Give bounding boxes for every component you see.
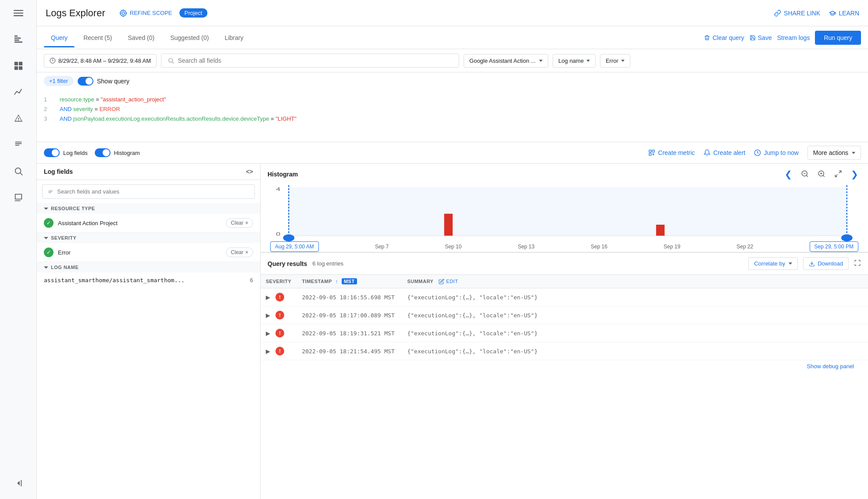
- search-field[interactable]: [161, 54, 459, 68]
- run-query-button[interactable]: Run query: [815, 31, 861, 45]
- resource-type-section-header[interactable]: RESOURCE TYPE: [37, 203, 260, 214]
- summary-cell: {"executionLog":{…}, "locale":"en-US"}: [402, 288, 868, 306]
- svg-rect-25: [649, 150, 651, 152]
- expand-collapse-icon[interactable]: [832, 170, 845, 179]
- logs-explorer-icon[interactable]: [10, 31, 27, 48]
- zoom-in-icon[interactable]: [815, 170, 828, 179]
- mst-badge[interactable]: MST: [342, 278, 357, 284]
- tab-library[interactable]: Library: [218, 28, 250, 47]
- jump-to-now-button[interactable]: Jump to now: [754, 149, 798, 156]
- more-actions-button[interactable]: More actions: [807, 146, 861, 160]
- timestamp-column-header[interactable]: TIMESTAMP ↑ MST: [296, 275, 402, 288]
- severity-dropdown[interactable]: Error: [600, 54, 630, 68]
- severity-chevron-icon: [621, 60, 625, 62]
- show-query-label: Show query: [97, 78, 129, 85]
- svg-rect-8: [18, 62, 22, 65]
- svg-rect-12: [18, 120, 19, 121]
- severity-section-header[interactable]: SEVERITY: [37, 233, 260, 243]
- query-editor[interactable]: 1 resource.type = "assistant_action_proj…: [37, 90, 868, 142]
- create-alert-button[interactable]: Create alert: [704, 149, 745, 156]
- download-button[interactable]: Download: [803, 257, 849, 270]
- log-name-chevron-icon: [586, 60, 590, 62]
- app-title: Logs Explorer: [46, 7, 105, 19]
- timestamp-cell: 2022-09-05 18:21:54.495 MST: [296, 342, 402, 360]
- svg-text:4: 4: [276, 187, 280, 192]
- alerts-icon[interactable]: [10, 110, 27, 127]
- nav-right-button[interactable]: ❯: [848, 169, 861, 179]
- error-check-icon: ✓: [44, 248, 54, 257]
- collapse-sidebar-icon[interactable]: [10, 474, 27, 492]
- search-icon[interactable]: [10, 162, 27, 180]
- svg-rect-0: [14, 10, 23, 11]
- notes-icon[interactable]: [10, 189, 27, 206]
- save-button[interactable]: Save: [750, 34, 772, 41]
- edit-link[interactable]: EDIT: [439, 279, 458, 284]
- resource-dropdown[interactable]: Google Assistant Action ...: [464, 54, 548, 68]
- svg-rect-10: [18, 66, 22, 70]
- severity-label: Error: [606, 57, 618, 64]
- zoom-out-icon[interactable]: [798, 170, 811, 179]
- share-link-label: SHARE LINK: [784, 10, 820, 17]
- svg-rect-52: [656, 225, 664, 236]
- tab-saved[interactable]: Saved (0): [121, 28, 161, 47]
- log-fields-title: Log fields: [44, 168, 73, 175]
- show-query-toggle[interactable]: [78, 77, 93, 86]
- create-metric-button[interactable]: Create metric: [648, 149, 695, 156]
- clear-resource-button[interactable]: Clear ×: [226, 218, 253, 228]
- expand-row-arrow[interactable]: ▶: [266, 294, 270, 301]
- expand-row-arrow[interactable]: ▶: [266, 348, 270, 355]
- histogram-svg: 4 0: [268, 183, 861, 244]
- svg-marker-33: [44, 237, 48, 239]
- correlate-by-button[interactable]: Correlate by: [748, 257, 798, 270]
- search-fields-input[interactable]: [57, 188, 249, 195]
- histogram-toggle-group: Histogram: [95, 148, 140, 157]
- scope-badge[interactable]: Project: [179, 8, 207, 18]
- clear-severity-button[interactable]: Clear ×: [226, 248, 253, 257]
- fullscreen-button[interactable]: [854, 259, 861, 268]
- svg-line-14: [20, 173, 22, 175]
- search-all-fields-input[interactable]: [178, 57, 453, 64]
- log-name-dropdown[interactable]: Log name: [553, 54, 596, 68]
- collapse-log-fields-button[interactable]: <>: [246, 168, 253, 175]
- svg-line-42: [839, 171, 841, 173]
- svg-line-36: [806, 175, 807, 176]
- log-fields-toggle-label: Log fields: [63, 150, 88, 156]
- histogram-toggle[interactable]: [95, 148, 111, 157]
- tab-recent[interactable]: Recent (5): [76, 28, 119, 47]
- error-severity-item: ✓ Error Clear ×: [37, 243, 260, 262]
- dashboard-icon[interactable]: [10, 57, 27, 75]
- svg-rect-51: [444, 214, 453, 236]
- check-icon: ✓: [44, 218, 54, 228]
- logs-icon[interactable]: [10, 136, 27, 154]
- clear-query-button[interactable]: Clear query: [704, 34, 744, 41]
- hamburger-menu-icon[interactable]: [10, 4, 27, 22]
- histogram-panel: Histogram ❮: [261, 164, 868, 499]
- show-debug-panel-link[interactable]: Show debug panel: [807, 363, 861, 370]
- learn-label: LEARN: [839, 10, 859, 17]
- tab-suggested[interactable]: Suggested (0): [163, 28, 216, 47]
- date-range-button[interactable]: 8/29/22, 8:48 AM – 9/29/22, 9:48 AM: [44, 54, 157, 68]
- sep22-label: Sep 22: [736, 244, 753, 250]
- share-link-button[interactable]: SHARE LINK: [774, 10, 820, 17]
- expand-row-arrow[interactable]: ▶: [266, 312, 270, 319]
- more-actions-chevron-icon: [852, 152, 855, 154]
- query-line-2: 2 AND severity = ERROR: [44, 104, 861, 114]
- filter-chip[interactable]: +1 filter: [44, 76, 73, 86]
- stream-logs-button[interactable]: Stream logs: [777, 34, 810, 41]
- severity-section-label: SEVERITY: [51, 235, 76, 241]
- error-severity-label: Error: [58, 249, 71, 256]
- tab-query[interactable]: Query: [44, 28, 75, 47]
- metrics-icon[interactable]: [10, 83, 27, 101]
- log-name-section-header[interactable]: LOG NAME: [37, 262, 260, 273]
- sep19-label: Sep 19: [664, 244, 680, 250]
- timestamp-cell: 2022-09-05 18:16:55.698 MST: [296, 288, 402, 306]
- expand-row-arrow[interactable]: ▶: [266, 330, 270, 337]
- search-fields-container[interactable]: [42, 184, 255, 199]
- filter-bar: 8/29/22, 8:48 AM – 9/29/22, 9:48 AM Goog…: [37, 49, 868, 72]
- nav-left-button[interactable]: ❮: [782, 169, 795, 179]
- learn-button[interactable]: LEARN: [829, 10, 859, 17]
- log-fields-toggle[interactable]: [44, 148, 60, 157]
- results-count: 6 log entries: [312, 260, 343, 267]
- table-row: ▶ ! 2022-09-05 18:16:55.698 MST {"execut…: [261, 288, 868, 306]
- refine-scope-button[interactable]: REFINE SCOPE: [119, 9, 172, 17]
